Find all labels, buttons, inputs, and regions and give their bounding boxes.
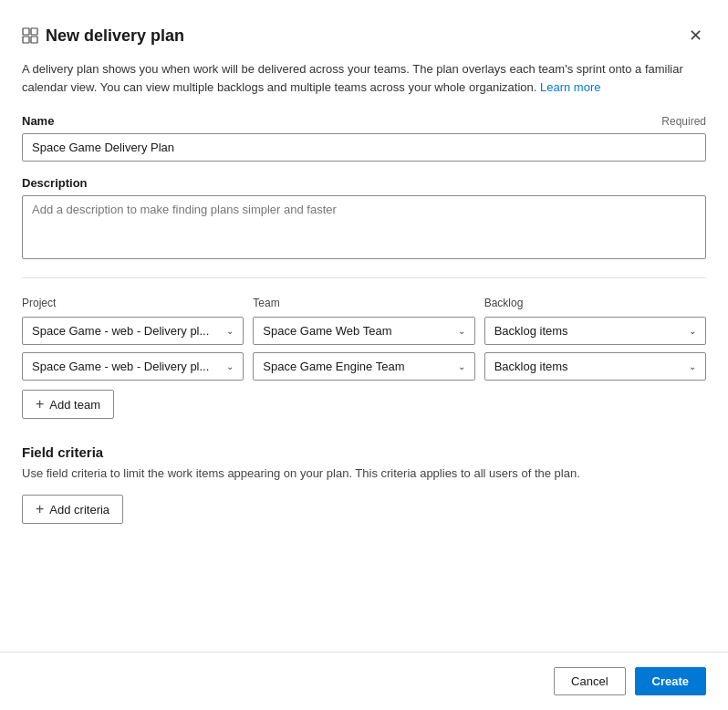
chevron-down-icon: ⌄ (458, 326, 465, 336)
teams-header: Project Team Backlog (22, 297, 706, 309)
svg-rect-0 (23, 28, 29, 35)
add-criteria-label: Add criteria (49, 503, 109, 517)
chevron-down-icon: ⌄ (226, 326, 234, 336)
name-input[interactable] (22, 133, 706, 162)
backlog-dropdown-1[interactable]: Backlog items ⌄ (484, 317, 706, 345)
field-criteria-section: Field criteria Use field criteria to lim… (22, 444, 706, 524)
backlog-dropdown-1-text: Backlog items (494, 324, 683, 338)
team-dropdown-2-text: Space Game Engine Team (263, 360, 452, 373)
team-dropdown-1-text: Space Game Web Team (263, 324, 452, 338)
plus-icon: + (36, 502, 44, 517)
chevron-down-icon: ⌄ (689, 361, 696, 371)
close-icon: ✕ (689, 26, 702, 46)
team-col-label: Team (253, 297, 474, 309)
learn-more-link[interactable]: Learn more (540, 80, 600, 94)
dialog-header: New delivery plan ✕ (22, 22, 706, 49)
chevron-down-icon: ⌄ (226, 361, 234, 371)
project-dropdown-1[interactable]: Space Game - web - Delivery pl... ⌄ (22, 317, 244, 345)
dialog-footer: Cancel Create (0, 652, 728, 710)
backlog-col-label: Backlog (484, 297, 706, 309)
team-dropdown-1[interactable]: Space Game Web Team ⌄ (253, 317, 474, 345)
dialog-title: New delivery plan (22, 26, 184, 46)
team-row: Space Game - web - Delivery pl... ⌄ Spac… (22, 317, 706, 345)
cancel-button[interactable]: Cancel (554, 667, 625, 695)
svg-rect-1 (31, 28, 37, 35)
new-delivery-plan-dialog: New delivery plan ✕ A delivery plan show… (0, 0, 728, 710)
chevron-down-icon: ⌄ (458, 361, 465, 371)
description-field-group: Description (22, 176, 706, 263)
delivery-plan-icon (22, 27, 38, 44)
name-label: Name (22, 114, 54, 128)
divider (22, 277, 706, 278)
dialog-title-text: New delivery plan (46, 26, 184, 46)
svg-rect-3 (31, 37, 37, 43)
team-row: Space Game - web - Delivery pl... ⌄ Spac… (22, 352, 706, 381)
description-label: Description (22, 176, 88, 190)
backlog-dropdown-2[interactable]: Backlog items ⌄ (484, 352, 706, 381)
name-label-row: Name Required (22, 114, 706, 128)
description-label-row: Description (22, 176, 706, 190)
name-required: Required (661, 115, 706, 128)
plus-icon: + (36, 397, 44, 412)
project-col-label: Project (22, 297, 244, 309)
team-dropdown-2[interactable]: Space Game Engine Team ⌄ (253, 352, 474, 381)
project-dropdown-1-text: Space Game - web - Delivery pl... (32, 324, 221, 338)
project-dropdown-2[interactable]: Space Game - web - Delivery pl... ⌄ (22, 352, 244, 381)
svg-rect-2 (23, 37, 29, 43)
field-criteria-description: Use field criteria to limit the work ite… (22, 465, 706, 482)
add-team-label: Add team (49, 398, 100, 412)
add-team-button[interactable]: + Add team (22, 390, 114, 419)
backlog-dropdown-2-text: Backlog items (494, 360, 683, 373)
close-button[interactable]: ✕ (685, 22, 706, 49)
create-button[interactable]: Create (635, 667, 706, 695)
dialog-description: A delivery plan shows you when work will… (22, 60, 706, 96)
add-criteria-button[interactable]: + Add criteria (22, 495, 123, 524)
name-field-group: Name Required (22, 114, 706, 162)
field-criteria-title: Field criteria (22, 444, 706, 460)
chevron-down-icon: ⌄ (689, 326, 696, 336)
description-input[interactable] (22, 195, 706, 259)
teams-section: Project Team Backlog Space Game - web - … (22, 297, 706, 419)
project-dropdown-2-text: Space Game - web - Delivery pl... (32, 360, 221, 373)
